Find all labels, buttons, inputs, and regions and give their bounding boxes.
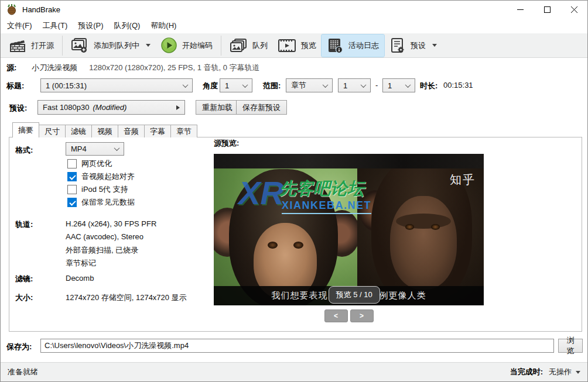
activity-log-button[interactable]: 活动日志 (322, 35, 384, 57)
chevron-down-icon (183, 82, 189, 88)
checkbox-row-keep-metadata[interactable]: 保留常见元数据 (67, 197, 135, 208)
play-icon (161, 37, 177, 53)
window-controls (507, 1, 587, 18)
menu-queue[interactable]: 队列(Q) (109, 18, 146, 33)
preview-prev-button[interactable]: < (324, 309, 348, 322)
when-done-select[interactable]: 无操作 (549, 367, 580, 377)
preview-next-button[interactable]: > (350, 309, 374, 322)
preset-select[interactable]: Fast 1080p30 (Modified) (37, 100, 185, 115)
range-type-value: 章节 (291, 80, 306, 91)
presets-dropdown-icon[interactable] (432, 44, 437, 47)
menu-tools[interactable]: 工具(T) (37, 18, 73, 33)
angle-label: 角度 (203, 81, 218, 91)
maximize-button[interactable] (534, 1, 560, 18)
chimp-art (390, 196, 457, 290)
ipod-support-checkbox[interactable] (67, 185, 77, 194)
format-label: 格式: (15, 145, 33, 156)
filters-label: 滤镜: (15, 274, 33, 284)
open-source-button[interactable]: 打开源 (4, 35, 59, 57)
status-text: 准备就绪 (8, 367, 38, 377)
format-select-value: MP4 (71, 144, 87, 153)
save-new-preset-button[interactable]: 保存新预设 (236, 100, 287, 115)
tab-chapters[interactable]: 章节 (170, 125, 197, 137)
angle-select-value: 1 (225, 81, 229, 90)
add-to-queue-button[interactable]: 添加到队列中 (66, 35, 156, 57)
watermark-zhihu: 知乎 (450, 172, 476, 188)
source-preview-label: 源预览: (214, 138, 239, 149)
keep-metadata-label: 保留常见元数据 (81, 197, 135, 208)
status-right: 当完成时: 无操作 (510, 367, 580, 377)
window-title: HandBrake (22, 5, 60, 14)
save-as-label: 保存为: (6, 342, 32, 352)
tab-dimensions[interactable]: 尺寸 (39, 125, 66, 137)
checkbox-row-web-optimized[interactable]: 网页优化 (67, 159, 112, 169)
tab-audio[interactable]: 音频 (118, 125, 145, 137)
chevron-down-icon (576, 371, 580, 374)
ipod-support-label: iPod 5代 支持 (81, 184, 128, 195)
checkbox-row-av-align[interactable]: 音视频起始对齐 (67, 171, 135, 182)
title-select-value: 1 (00:15:31) (46, 81, 87, 90)
toolbar-separator (221, 36, 221, 56)
menu-presets[interactable]: 预设(P) (73, 18, 108, 33)
queue-button[interactable]: 队列 (224, 35, 273, 57)
close-icon (571, 6, 577, 13)
minimize-button[interactable] (507, 1, 534, 18)
format-select[interactable]: MP4 (66, 142, 124, 156)
clapperboard-icon (9, 38, 26, 53)
range-to-select[interactable]: 1 (382, 78, 415, 92)
presets-icon (389, 37, 405, 54)
title-select[interactable]: 1 (00:15:31) (40, 78, 193, 92)
tab-summary[interactable]: 摘要 (12, 122, 39, 137)
queue-label: 队列 (252, 40, 268, 51)
preview-nav: < > (214, 309, 484, 322)
add-to-queue-icon (71, 37, 88, 53)
tab-subtitles[interactable]: 字幕 (144, 125, 171, 137)
maximize-icon (544, 6, 551, 13)
watermark-logo: XR (238, 174, 284, 212)
start-encode-button[interactable]: 开始编码 (156, 35, 218, 57)
minimize-icon (517, 6, 524, 13)
add-to-queue-dropdown-icon[interactable] (146, 44, 151, 47)
track-subtitle: 外部音频扫描, 已烧录 (66, 245, 138, 256)
checkbox-row-ipod-support[interactable]: iPod 5代 支持 (67, 184, 128, 195)
duration-label: 时长: (420, 81, 437, 91)
titlebar: HandBrake (1, 1, 587, 18)
range-dash: - (375, 81, 378, 90)
handbrake-app-icon (6, 4, 18, 15)
tracks-label: 轨道: (15, 219, 33, 230)
size-label: 大小: (15, 292, 33, 303)
keep-metadata-checkbox[interactable] (67, 198, 77, 207)
preview-top-strip (214, 154, 484, 168)
menu-file[interactable]: 文件(F) (2, 18, 37, 33)
title-label: 标题: (6, 81, 24, 91)
web-optimized-label: 网页优化 (81, 159, 112, 169)
chevron-down-icon (323, 82, 329, 88)
chevron-down-icon (242, 82, 248, 88)
tab-filters[interactable]: 滤镜 (65, 125, 92, 137)
angle-select[interactable]: 1 (220, 78, 252, 92)
av-align-checkbox[interactable] (67, 172, 77, 181)
save-path-input[interactable] (40, 339, 554, 353)
chevron-down-icon (405, 82, 411, 88)
range-type-select[interactable]: 章节 (286, 78, 333, 92)
menu-help[interactable]: 帮助(H) (145, 18, 182, 33)
preset-select-value: Fast 1080p30 (43, 103, 90, 112)
range-from-select[interactable]: 1 (338, 78, 371, 92)
range-label: 范围: (263, 81, 281, 91)
web-optimized-checkbox[interactable] (67, 159, 77, 168)
when-done-label: 当完成时: (510, 367, 543, 377)
reload-preset-button[interactable]: 重新加载 (196, 100, 239, 115)
duration-value: 00:15:31 (443, 81, 473, 90)
browse-button[interactable]: 浏览 (558, 339, 583, 353)
presets-button[interactable]: 预设 (384, 35, 442, 57)
chimp-art (405, 224, 414, 230)
preview-button[interactable]: 预览 (273, 35, 322, 57)
close-button[interactable] (560, 1, 587, 18)
preview-subtitle-right: 例更像人类 (380, 290, 426, 301)
preset-modified-flag: (Modified) (93, 103, 127, 112)
preset-row: 预设: Fast 1080p30 (Modified) 重新加载 保存新预设 (1, 100, 588, 115)
tab-video[interactable]: 视频 (91, 125, 118, 137)
preview-subtitle-left: 我们想要表现 (272, 290, 328, 301)
start-encode-label: 开始编码 (182, 40, 213, 51)
preview-icon (278, 39, 296, 53)
